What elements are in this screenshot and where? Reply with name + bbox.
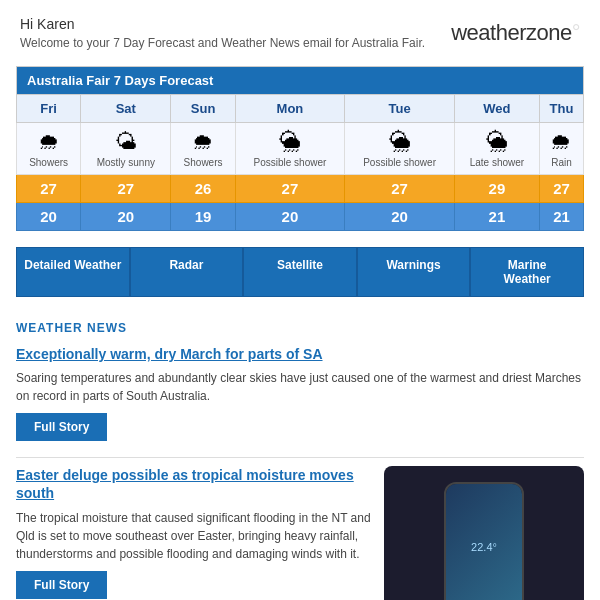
welcome-text: Welcome to your 7 Day Forecast and Weath… bbox=[20, 36, 425, 50]
condition-text-4: Possible shower bbox=[349, 157, 450, 168]
high-temp-3: 27 bbox=[235, 175, 345, 203]
low-temp-4: 20 bbox=[345, 203, 455, 231]
day-label-5: Wed bbox=[454, 95, 539, 123]
nav-buttons: Detailed Weather Radar Satellite Warning… bbox=[16, 247, 584, 297]
day-label-1: Sat bbox=[81, 95, 171, 123]
condition-text-2: Showers bbox=[175, 157, 230, 168]
weather-icon-2: 🌧 bbox=[175, 129, 230, 155]
low-temp-2: 19 bbox=[171, 203, 235, 231]
low-temp-3: 20 bbox=[235, 203, 345, 231]
news-title-1[interactable]: Exceptionally warm, dry March for parts … bbox=[16, 345, 584, 363]
logo-text: weather bbox=[451, 20, 526, 45]
greeting-block: Hi Karen Welcome to your 7 Day Forecast … bbox=[20, 16, 425, 50]
app-promo: 22.4° weatherzone° Powerful graphsForeca… bbox=[384, 466, 584, 600]
condition-text-3: Possible shower bbox=[240, 157, 341, 168]
high-temp-2: 26 bbox=[171, 175, 235, 203]
forecast-title: Australia Fair 7 Days Forecast bbox=[17, 67, 584, 95]
news-item-2-inner: Easter deluge possible as tropical moist… bbox=[16, 466, 584, 600]
news-section: WEATHER NEWS Exceptionally warm, dry Mar… bbox=[0, 313, 600, 600]
weatherzone-logo: weatherzone° bbox=[451, 20, 580, 46]
logo-text2: zone bbox=[526, 20, 572, 45]
weather-icon-cell-3: 🌦Possible shower bbox=[235, 123, 345, 175]
low-temp-row: 20201920202121 bbox=[17, 203, 584, 231]
weather-icon-6: 🌧 bbox=[544, 129, 579, 155]
low-temp-5: 21 bbox=[454, 203, 539, 231]
weather-icon-cell-5: 🌦Late shower bbox=[454, 123, 539, 175]
news-section-label: WEATHER NEWS bbox=[16, 321, 584, 335]
day-label-3: Mon bbox=[235, 95, 345, 123]
news-item-1: Exceptionally warm, dry March for parts … bbox=[16, 345, 584, 441]
weather-icon-5: 🌦 bbox=[459, 129, 535, 155]
low-temp-1: 20 bbox=[81, 203, 171, 231]
radar-btn[interactable]: Radar bbox=[130, 247, 244, 297]
condition-text-1: Mostly sunny bbox=[85, 157, 166, 168]
header: Hi Karen Welcome to your 7 Day Forecast … bbox=[0, 0, 600, 66]
phone-screen: 22.4° bbox=[446, 484, 522, 600]
news-text-block-2: Easter deluge possible as tropical moist… bbox=[16, 466, 372, 600]
news-title-2[interactable]: Easter deluge possible as tropical moist… bbox=[16, 466, 372, 502]
day-label-0: Fri bbox=[17, 95, 81, 123]
news-body-2: The tropical moisture that caused signif… bbox=[16, 509, 372, 563]
news-item-2: Easter deluge possible as tropical moist… bbox=[16, 466, 584, 600]
weather-icon-cell-4: 🌦Possible shower bbox=[345, 123, 455, 175]
forecast-header-row: Australia Fair 7 Days Forecast bbox=[17, 67, 584, 95]
high-temp-6: 27 bbox=[539, 175, 583, 203]
low-temp-6: 21 bbox=[539, 203, 583, 231]
weather-icon-cell-1: 🌤Mostly sunny bbox=[81, 123, 171, 175]
detailed-weather-btn[interactable]: Detailed Weather bbox=[16, 247, 130, 297]
forecast-table: Australia Fair 7 Days Forecast FriSatSun… bbox=[16, 66, 584, 231]
high-temp-row: 27272627272927 bbox=[17, 175, 584, 203]
weather-icon-1: 🌤 bbox=[85, 129, 166, 155]
divider-1 bbox=[16, 457, 584, 458]
marine-weather-btn[interactable]: Marine Weather bbox=[470, 247, 584, 297]
full-story-btn-2[interactable]: Full Story bbox=[16, 571, 107, 599]
day-label-4: Tue bbox=[345, 95, 455, 123]
high-temp-1: 27 bbox=[81, 175, 171, 203]
condition-text-6: Rain bbox=[544, 157, 579, 168]
high-temp-0: 27 bbox=[17, 175, 81, 203]
forecast-section: Australia Fair 7 Days Forecast FriSatSun… bbox=[0, 66, 600, 247]
day-label-6: Thu bbox=[539, 95, 583, 123]
high-temp-5: 29 bbox=[454, 175, 539, 203]
weather-icon-cell-6: 🌧Rain bbox=[539, 123, 583, 175]
weather-icon-0: 🌧 bbox=[21, 129, 76, 155]
weather-icon-cell-2: 🌧Showers bbox=[171, 123, 235, 175]
phone-mockup: 22.4° bbox=[444, 482, 524, 600]
news-body-1: Soaring temperatures and abundantly clea… bbox=[16, 369, 584, 405]
weather-icon-3: 🌦 bbox=[240, 129, 341, 155]
low-temp-0: 20 bbox=[17, 203, 81, 231]
icon-row: 🌧Showers🌤Mostly sunny🌧Showers🌦Possible s… bbox=[17, 123, 584, 175]
condition-text-5: Late shower bbox=[459, 157, 535, 168]
logo-degree: ° bbox=[572, 20, 580, 45]
warnings-btn[interactable]: Warnings bbox=[357, 247, 471, 297]
weather-icon-4: 🌦 bbox=[349, 129, 450, 155]
condition-text-0: Showers bbox=[21, 157, 76, 168]
email-container: Hi Karen Welcome to your 7 Day Forecast … bbox=[0, 0, 600, 600]
satellite-btn[interactable]: Satellite bbox=[243, 247, 357, 297]
full-story-btn-1[interactable]: Full Story bbox=[16, 413, 107, 441]
day-row: FriSatSunMonTueWedThu bbox=[17, 95, 584, 123]
weather-icon-cell-0: 🌧Showers bbox=[17, 123, 81, 175]
high-temp-4: 27 bbox=[345, 175, 455, 203]
day-label-2: Sun bbox=[171, 95, 235, 123]
greeting: Hi Karen bbox=[20, 16, 425, 32]
